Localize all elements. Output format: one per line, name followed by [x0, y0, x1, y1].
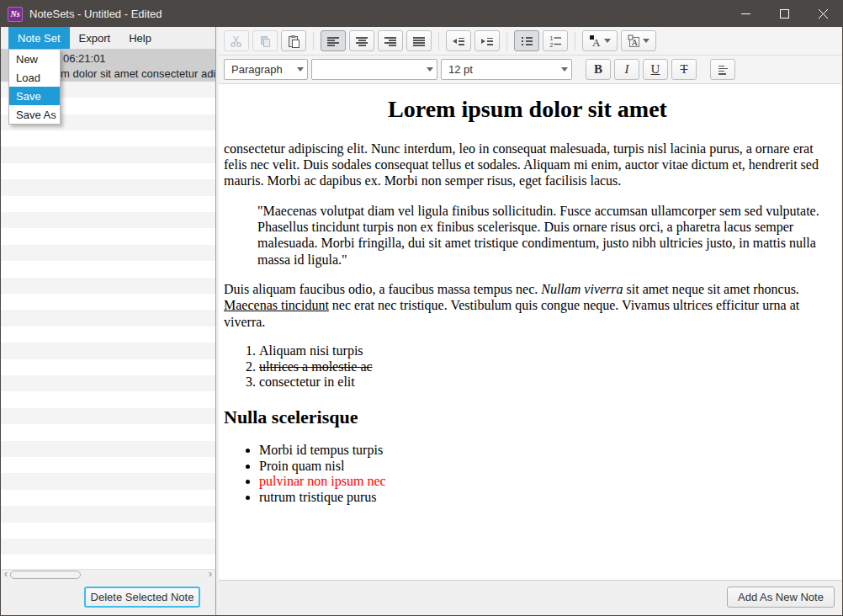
dropdown-caret-icon	[297, 67, 304, 72]
paragraph-style-select[interactable]: Paragraph	[224, 59, 308, 80]
underline-icon: U	[651, 62, 660, 77]
note-list[interactable]: 06:21:01 m dolor sit amet consectetur ad…	[1, 49, 215, 580]
svg-text:A: A	[592, 36, 601, 48]
close-icon	[819, 9, 828, 19]
align-center-icon	[355, 35, 368, 48]
align-right-button[interactable]	[378, 30, 403, 51]
outdent-icon	[452, 35, 465, 48]
indent-button[interactable]	[475, 30, 500, 51]
maximize-button[interactable]	[765, 1, 803, 27]
menu-help[interactable]: Help	[119, 27, 161, 49]
font-size-select[interactable]: 12 pt	[441, 59, 572, 80]
minimize-icon	[741, 9, 750, 19]
minimize-button[interactable]	[726, 1, 765, 27]
bold-icon: B	[594, 62, 602, 77]
list-item: rutrum tristique purus	[259, 490, 831, 506]
align-center-button[interactable]	[349, 30, 374, 51]
menu-item-save[interactable]: Save	[9, 87, 60, 105]
indent-icon	[480, 35, 494, 48]
bullet-list-button[interactable]	[514, 30, 539, 51]
scrollbar-right-arrow-icon[interactable]: ›	[205, 570, 215, 580]
menu-item-load[interactable]: Load	[9, 68, 60, 87]
titlebar: Ns NoteSets - Untitled - Edited	[1, 1, 842, 27]
text-run: Maecenas tincidunt	[224, 298, 329, 312]
underline-button[interactable]: U	[643, 59, 668, 80]
doc-paragraph1: consectetur adipiscing elit. Nunc interd…	[224, 141, 831, 189]
editor-panel: 1 2 A A	[219, 27, 841, 615]
font-color-button[interactable]: A	[582, 30, 618, 51]
menu-export[interactable]: Export	[70, 27, 120, 49]
menu-note-set[interactable]: Note Set	[8, 27, 70, 49]
doc-bullet-list: Morbi id tempus turpisProin quam nislpul…	[224, 443, 831, 505]
svg-text:1: 1	[550, 35, 554, 41]
doc-heading1: Lorem ipsum dolor sit amet	[224, 95, 831, 124]
numbered-list-icon: 1 2	[549, 35, 562, 48]
list-item-text: Proin quam nisl	[259, 459, 344, 473]
justify-button[interactable]	[406, 30, 432, 51]
window-controls	[726, 1, 842, 27]
text-run: Duis aliquam faucibus odio, a faucibus m…	[224, 282, 541, 296]
editor-footer: Add As New Note	[219, 580, 841, 615]
window-title: NoteSets - Untitled - Edited	[29, 8, 162, 20]
app-window: Ns NoteSets - Untitled - Edited Note Set…	[0, 0, 843, 616]
copy-icon	[258, 35, 272, 48]
doc-blockquote: "Maecenas volutpat diam vel ligula finib…	[257, 203, 831, 268]
bold-button[interactable]: B	[586, 59, 611, 80]
menubar: Note Set Export Help	[1, 27, 215, 49]
dropdown-caret-icon	[427, 67, 433, 72]
list-item: pulvinar non ipsum nec	[259, 474, 831, 490]
delete-selected-note-button[interactable]: Delete Selected Note	[84, 587, 200, 608]
menu-item-save-as[interactable]: Save As	[9, 105, 60, 124]
list-item: Morbi id tempus turpis	[259, 443, 831, 459]
list-item: Aliquam nisi turpis	[259, 343, 831, 359]
highlight-color-button[interactable]: A	[621, 30, 656, 51]
list-item: ultrices a molestie ac	[259, 359, 831, 375]
note-timestamp: 06:21:01	[63, 51, 106, 66]
font-color-icon: A	[589, 35, 602, 48]
doc-heading2: Nulla scelerisque	[224, 406, 831, 429]
list-item-text: ultrices a molestie ac	[259, 359, 373, 374]
highlight-color-icon: A	[628, 35, 641, 48]
list-item: Proin quam nisl	[259, 459, 831, 475]
notes-panel-footer: Delete Selected Note	[1, 580, 215, 615]
note-preview: m dolor sit amet consectetur adi	[61, 66, 215, 82]
app-icon: Ns	[8, 7, 23, 22]
italic-icon: I	[625, 62, 629, 77]
dropdown-caret-icon	[643, 39, 649, 43]
svg-text:A: A	[632, 38, 639, 47]
numbered-list-button[interactable]: 1 2	[543, 30, 568, 51]
align-left-button[interactable]	[321, 30, 346, 51]
menu-item-new[interactable]: New	[9, 50, 60, 68]
svg-text:2: 2	[550, 41, 554, 47]
horizontal-scrollbar[interactable]: ‹ ›	[1, 569, 215, 580]
doc-paragraph2: Duis aliquam faucibus odio, a faucibus m…	[224, 281, 831, 330]
dropdown-caret-icon	[604, 39, 611, 43]
doc-ordered-list: Aliquam nisi turpisultrices a molestie a…	[224, 343, 831, 390]
list-item-text: Morbi id tempus turpis	[259, 443, 383, 457]
list-item-text: pulvinar non ipsum nec	[259, 474, 386, 488]
close-button[interactable]	[803, 1, 842, 27]
note-set-dropdown-menu: New Load Save Save As	[8, 49, 61, 125]
toolbar-separator	[438, 32, 439, 50]
font-family-select[interactable]	[311, 59, 437, 80]
strikethrough-button[interactable]: T	[671, 59, 697, 80]
italic-button[interactable]: I	[614, 59, 639, 80]
copy-button[interactable]	[252, 30, 278, 51]
add-as-new-note-button[interactable]: Add As New Note	[727, 587, 835, 608]
scrollbar-thumb[interactable]	[10, 571, 81, 579]
toolbar-separator	[313, 32, 314, 50]
rich-text-editor[interactable]: Lorem ipsum dolor sit amet consectetur a…	[219, 84, 841, 580]
outdent-button[interactable]	[446, 30, 471, 51]
maximize-icon	[780, 9, 789, 19]
justify-icon	[412, 35, 426, 48]
bullet-list-icon	[520, 35, 533, 48]
strikethrough-icon: T	[680, 62, 687, 77]
cut-button[interactable]	[224, 30, 249, 51]
list-item: consectetur in elit	[259, 374, 831, 390]
align-left-icon	[326, 35, 340, 48]
paragraph-style-value: Paragraph	[231, 63, 283, 76]
line-spacing-icon	[716, 63, 729, 77]
text-run: Nullam viverra	[541, 282, 623, 296]
line-spacing-button[interactable]	[710, 59, 735, 80]
paste-button[interactable]	[281, 30, 306, 51]
